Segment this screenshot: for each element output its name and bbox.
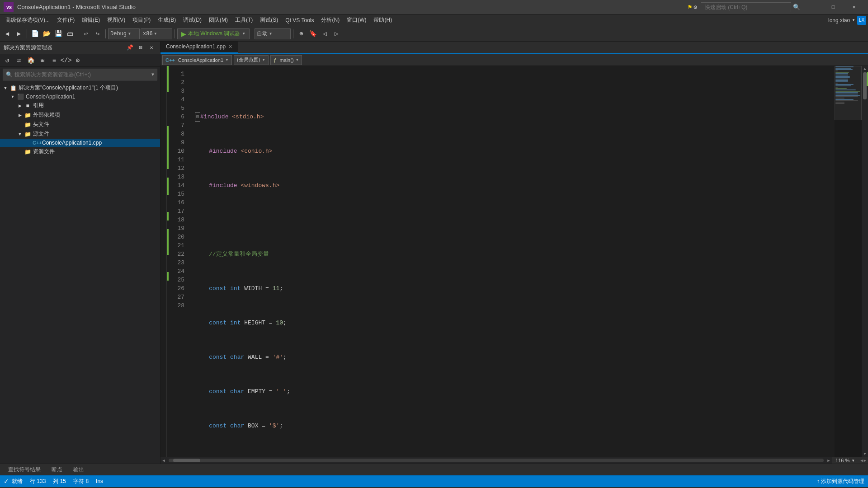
scroll-track[interactable]: [862, 72, 868, 451]
se-sources[interactable]: ▼ 📁 源文件: [0, 129, 160, 139]
menu-project[interactable]: 项目(P): [129, 15, 154, 25]
se-resources[interactable]: ▶ 📁 资源文件: [0, 147, 160, 156]
se-show-all[interactable]: ≡: [49, 55, 60, 66]
menu-view[interactable]: 视图(V): [104, 15, 129, 25]
settings-icon2[interactable]: ⚙: [693, 4, 697, 11]
menu-advanced-save[interactable]: 高级保存选项(V)...: [2, 15, 53, 25]
bookmark-prev[interactable]: ◁: [319, 28, 330, 39]
separator1: [27, 29, 27, 38]
status-text: 就绪: [12, 478, 23, 485]
maximize-button[interactable]: □: [823, 0, 844, 14]
ext-label: 外部依赖项: [33, 111, 60, 119]
fold-1[interactable]: ⊟: [195, 112, 200, 122]
line-num-1: 1: [169, 70, 187, 78]
se-references[interactable]: ▶ ■ 引用: [0, 101, 160, 110]
nav-scope-label: (全局范围): [237, 56, 260, 63]
se-project-root[interactable]: ▼ ⬛ ConsoleApplication1: [0, 93, 160, 101]
se-refresh[interactable]: ↺: [2, 55, 13, 66]
nav-fn-icon: ƒ: [274, 57, 276, 63]
hdr-label: 头文件: [33, 121, 49, 128]
se-close-btn[interactable]: ✕: [146, 43, 156, 52]
se-code[interactable]: </>: [61, 55, 71, 66]
menu-team[interactable]: 团队(M): [205, 15, 231, 25]
zoom-control[interactable]: 116 % ▼: [832, 457, 859, 464]
scroll-up-btn[interactable]: ▲: [862, 66, 868, 72]
h-scroll-left[interactable]: ◀: [160, 457, 167, 464]
close-button[interactable]: ✕: [844, 0, 864, 14]
tab-cpp[interactable]: ConsoleApplication1.cpp ✕: [160, 42, 238, 53]
menu-build[interactable]: 生成(B): [154, 15, 179, 25]
run-button[interactable]: ▶ 本地 Windows 调试器 ▼: [177, 28, 250, 39]
code-content[interactable]: ⊟#include <stdio.h> #include <conio.h> #…: [191, 66, 835, 457]
toolbar-new[interactable]: 📄: [29, 28, 40, 39]
code-editor[interactable]: 1 2 3 4 5 6 7 8 9 10 11 12 13 14 15 16 1…: [160, 66, 868, 457]
menu-help[interactable]: 帮助(H): [370, 15, 396, 25]
run-arrow: ▼: [242, 32, 245, 36]
se-filter[interactable]: ⊞: [37, 55, 48, 66]
menu-file[interactable]: 文件(F): [53, 15, 78, 25]
nav-scope-dropdown[interactable]: (全局范围) ▼: [234, 55, 269, 65]
platform-dropdown[interactable]: x86 ▼: [141, 28, 172, 39]
vertical-scrollbar[interactable]: ▲ ▼: [862, 66, 868, 457]
tab-cpp-close[interactable]: ✕: [228, 44, 232, 50]
separator4: [175, 29, 175, 38]
minimize-button[interactable]: ─: [802, 0, 823, 14]
se-sync[interactable]: ⇄: [14, 55, 24, 66]
h-scrollbar[interactable]: ◀ ▶ 116 % ▼ ◀ ▶: [160, 457, 868, 464]
se-solution-root[interactable]: ▼ 📋 解决方案"ConsoleApplication1"(1 个项目): [0, 83, 160, 93]
se-external-deps[interactable]: ▶ 📁 外部依赖项: [0, 110, 160, 120]
se-headers[interactable]: ▶ 📁 头文件: [0, 120, 160, 129]
h-nav-right[interactable]: ▶: [864, 458, 866, 463]
se-settings[interactable]: ⚙: [72, 55, 83, 66]
solution-icon: 📋: [9, 85, 17, 91]
menu-qt-vs-tools[interactable]: Qt VS Tools: [282, 16, 317, 24]
menu-debug[interactable]: 调试(D): [179, 15, 205, 25]
add-to-scm[interactable]: ↑ 添加到源代码管理: [817, 478, 864, 485]
se-pin-btn[interactable]: 📌: [125, 43, 135, 52]
menu-test[interactable]: 测试(S): [256, 15, 282, 25]
filter-icon[interactable]: ⚑: [688, 3, 692, 11]
breakpoint-btn[interactable]: ⊕: [296, 28, 307, 39]
attach-dropdown[interactable]: 自动 ▼: [255, 28, 291, 39]
menu-analyze[interactable]: 分析(N): [317, 15, 343, 25]
debug-config-dropdown[interactable]: Debug ▼: [108, 28, 140, 39]
bookmark-btn[interactable]: 🔖: [307, 28, 318, 39]
menu-tools[interactable]: 工具(T): [231, 15, 256, 25]
margin-area: [160, 66, 167, 457]
toolbar-redo[interactable]: ↪: [92, 28, 103, 39]
menu-window[interactable]: 窗口(W): [343, 15, 370, 25]
toolbar-save[interactable]: 💾: [53, 28, 64, 39]
quick-launch-input[interactable]: [701, 2, 791, 12]
se-search-input[interactable]: [14, 71, 150, 78]
toolbar-back[interactable]: ◀: [2, 28, 13, 39]
scroll-thumb[interactable]: [863, 72, 867, 99]
code-line-11: const char TARGET = '+';: [195, 456, 835, 457]
nav-cpp-icon: C++: [165, 57, 175, 63]
menu-edit[interactable]: 编辑(E): [78, 15, 104, 25]
user-info[interactable]: long xiao ▼ LX: [828, 16, 866, 25]
btab-breakpoints[interactable]: 断点: [47, 464, 67, 475]
se-search-bar[interactable]: 🔍 ▼: [3, 69, 157, 80]
platform-label: x86: [143, 31, 153, 37]
nav-file-dropdown[interactable]: C++ ConsoleApplication1 ▼: [162, 55, 232, 65]
toolbar-save-all[interactable]: 🗃: [65, 28, 75, 39]
toolbar-open[interactable]: 📂: [41, 28, 52, 39]
h-scroll-right[interactable]: ▶: [826, 457, 832, 464]
btab-output[interactable]: 输出: [69, 464, 89, 475]
ext-icon: 📁: [24, 112, 32, 118]
se-home[interactable]: 🏠: [25, 55, 36, 66]
btab-find-results[interactable]: 查找符号结果: [4, 464, 45, 475]
se-dock-btn[interactable]: ⊟: [136, 43, 146, 52]
toolbar-forward[interactable]: ▶: [14, 28, 24, 39]
debug-config-label: Debug: [110, 31, 127, 37]
toolbar-undo[interactable]: ↩: [80, 28, 91, 39]
se-cpp-file[interactable]: ▶ C++ ConsoleApplication1.cpp: [0, 139, 160, 147]
h-scroll-track[interactable]: [169, 459, 824, 462]
h-nav-left[interactable]: ◀: [860, 458, 863, 463]
se-search-settings[interactable]: ▼: [151, 72, 154, 77]
h-scroll-thumb[interactable]: [173, 459, 200, 462]
status-icon: ✓: [4, 478, 9, 485]
scroll-down-btn[interactable]: ▼: [862, 451, 868, 457]
bookmark-next[interactable]: ▷: [331, 28, 342, 39]
nav-function-dropdown[interactable]: ƒ main() ▼: [270, 55, 302, 65]
